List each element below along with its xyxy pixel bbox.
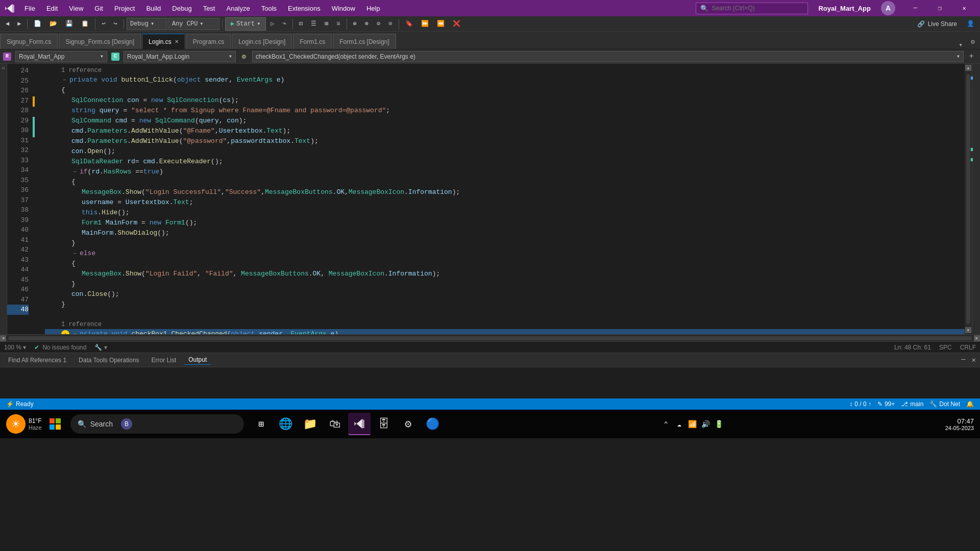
scroll-down-button[interactable]: ▼ xyxy=(965,327,971,333)
menu-edit[interactable]: Edit xyxy=(41,3,63,14)
start-button[interactable]: ▶ Start ▾ xyxy=(225,17,266,31)
tab-overflow-button[interactable]: ▾ xyxy=(955,41,966,49)
zoom-level[interactable]: 100 % ▾ xyxy=(4,344,26,351)
step-over-button[interactable]: ↷ xyxy=(279,17,290,31)
menu-view[interactable]: View xyxy=(64,3,88,14)
tab-signup-form-cs[interactable]: Signup_Form.cs xyxy=(0,34,58,49)
nav-add-button[interactable]: + xyxy=(966,51,977,62)
menu-file[interactable]: File xyxy=(19,3,40,14)
taskbar-files[interactable]: 📁 xyxy=(299,413,322,435)
maximize-button[interactable]: ❐ xyxy=(928,0,951,16)
tray-chevron[interactable]: ⌃ xyxy=(661,419,671,429)
toolbar-btn-5[interactable]: ⊕ xyxy=(350,17,360,31)
branch-status[interactable]: ⎇ main xyxy=(899,400,925,408)
toolbar-btn-8[interactable]: ⊙ xyxy=(385,17,396,31)
taskbar-edge[interactable]: 🌐 xyxy=(275,413,297,435)
tab-find-all-refs[interactable]: Find All References 1 xyxy=(4,356,70,365)
tray-cloud[interactable]: ☁ xyxy=(674,419,684,429)
menu-git[interactable]: Git xyxy=(89,3,108,14)
edits-status[interactable]: ✎ 99+ xyxy=(875,400,897,408)
tab-program-cs[interactable]: Program.cs xyxy=(186,34,231,49)
horizontal-scroll-thumb[interactable] xyxy=(8,336,972,340)
taskbar-vs[interactable] xyxy=(348,413,371,435)
namespace-dropdown[interactable]: Royal_Mart_App ▾ xyxy=(15,51,107,62)
tray-volume[interactable]: 🔊 xyxy=(701,419,711,429)
panel-close-button[interactable]: ✕ xyxy=(972,356,976,364)
dotnet-status[interactable]: 🔧 Dot Net xyxy=(927,400,962,408)
collapse-icon-48[interactable]: ─ xyxy=(71,331,79,334)
error-actions[interactable]: 🔧 ▾ xyxy=(94,344,107,351)
taskbar-task-view[interactable]: ⊞ xyxy=(250,413,273,435)
undo-button[interactable]: ↩ xyxy=(98,17,109,31)
platform-dropdown[interactable]: Any CPU ▾ xyxy=(168,18,219,30)
live-share-button[interactable]: 🔗 Live Share xyxy=(912,19,962,29)
menu-analyze[interactable]: Analyze xyxy=(221,3,255,14)
tab-data-tools[interactable]: Data Tools Operations xyxy=(75,356,143,365)
debug-config-dropdown[interactable]: Debug ▾ xyxy=(127,18,167,30)
open-button[interactable]: 📂 xyxy=(46,17,61,31)
tab-close-login-cs[interactable]: ✕ xyxy=(175,39,179,44)
method-dropdown[interactable]: checkBox1_CheckedChanged(object sender, … xyxy=(252,51,964,62)
menu-extensions[interactable]: Extensions xyxy=(283,3,326,14)
tab-form1-design[interactable]: Form1.cs [Design] xyxy=(333,34,396,49)
bookmark-clear-button[interactable]: ❌ xyxy=(449,17,464,31)
weather-widget[interactable]: ☀ 81°F Haze xyxy=(6,414,42,434)
scroll-left-button[interactable]: ◀ xyxy=(0,335,6,341)
scroll-up-button[interactable]: ▲ xyxy=(965,65,971,71)
new-file-button[interactable]: 📄 xyxy=(30,17,45,31)
ready-status[interactable]: ⚡ Ready xyxy=(4,400,36,408)
toolbar-btn-7[interactable]: ⊘ xyxy=(373,17,384,31)
editor-container[interactable]: 24 25 26 27 28 29 30 31 32 33 34 35 36 3… xyxy=(7,64,980,334)
notifications-status[interactable]: 🔔 xyxy=(964,400,976,408)
collapse-icon-24[interactable]: ─ xyxy=(61,77,68,84)
menu-project[interactable]: Project xyxy=(109,3,140,14)
forward-button[interactable]: ▶ xyxy=(14,17,24,31)
code-area[interactable]: 1 reference ─ private void button1_Click… xyxy=(37,64,965,334)
tab-signup-form-design[interactable]: Signup_Form.cs [Design] xyxy=(59,34,141,49)
taskbar-apps[interactable]: ⚙ xyxy=(397,413,420,435)
tab-form1-cs[interactable]: Form1.cs xyxy=(293,34,332,49)
title-search-box[interactable]: 🔍 xyxy=(696,3,808,14)
taskbar-clock[interactable]: 07:47 24-05-2023 xyxy=(945,417,974,431)
taskbar-store[interactable]: 🛍 xyxy=(324,413,346,435)
redo-button[interactable]: ↪ xyxy=(110,17,121,31)
toolbar-btn-3[interactable]: ⊞ xyxy=(321,17,332,31)
toolbar-btn-4[interactable]: ≡ xyxy=(333,17,344,31)
scroll-right-button[interactable]: ▶ xyxy=(974,335,980,341)
tray-wifi[interactable]: 📶 xyxy=(688,419,698,429)
tab-login-cs[interactable]: Login.cs ✕ xyxy=(142,34,185,49)
toolbar-btn-6[interactable]: ⊗ xyxy=(361,17,372,31)
account-button[interactable]: 👤 xyxy=(963,17,978,31)
bookmark-next-button[interactable]: ⏩ xyxy=(418,17,432,31)
menu-test[interactable]: Test xyxy=(198,3,220,14)
attach-button[interactable]: ▷ xyxy=(267,17,278,31)
title-search-input[interactable] xyxy=(712,5,793,12)
back-button[interactable]: ◀ xyxy=(2,17,13,31)
scroll-thumb[interactable] xyxy=(966,74,970,324)
menu-help[interactable]: Help xyxy=(361,3,385,14)
menu-build[interactable]: Build xyxy=(141,3,166,14)
tray-battery[interactable]: 🔋 xyxy=(714,419,724,429)
menu-window[interactable]: Window xyxy=(327,3,360,14)
taskbar-browser[interactable]: 🔵 xyxy=(422,413,444,435)
tab-error-list[interactable]: Error List xyxy=(148,356,181,365)
taskbar-ssms[interactable]: 🗄 xyxy=(373,413,395,435)
user-avatar[interactable]: A xyxy=(881,1,895,15)
taskbar-search-box[interactable]: 🔍 Search B xyxy=(70,414,244,434)
save-all-button[interactable]: 📋 xyxy=(78,17,92,31)
tab-output[interactable]: Output xyxy=(184,355,211,365)
tab-settings-button[interactable]: ⚙ xyxy=(966,35,980,49)
minimize-button[interactable]: ─ xyxy=(903,0,927,16)
close-button[interactable]: ✕ xyxy=(952,0,976,16)
bookmark-button[interactable]: 🔖 xyxy=(402,17,416,31)
collapse-icon-33[interactable]: ─ xyxy=(71,168,79,176)
toolbar-btn-1[interactable]: ⊡ xyxy=(296,17,306,31)
menu-debug[interactable]: Debug xyxy=(167,3,197,14)
panel-minimize-button[interactable]: ─ xyxy=(961,356,965,364)
bookmark-prev-button[interactable]: ⏪ xyxy=(433,17,448,31)
toolbar-btn-2[interactable]: ☰ xyxy=(307,17,320,31)
collapse-icon-41[interactable]: ─ xyxy=(71,250,79,257)
class-dropdown[interactable]: Royal_Mart_App.Login ▾ xyxy=(124,51,236,62)
git-sync-status[interactable]: ↕ 0 / 0 ↑ xyxy=(847,400,873,408)
start-button-taskbar[interactable] xyxy=(44,413,66,435)
